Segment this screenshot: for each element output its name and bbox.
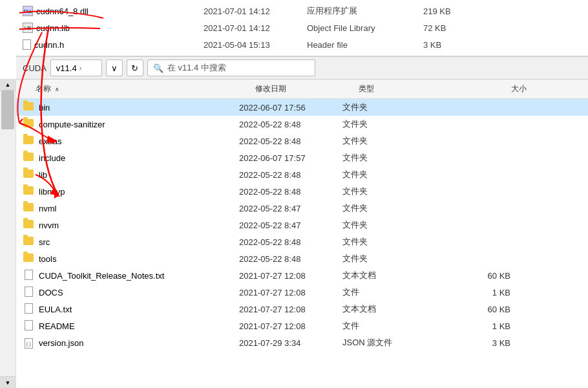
col-header-date[interactable]: 修改日期 xyxy=(255,83,359,94)
file-icon-cell xyxy=(23,136,36,146)
file-name: libnvvp xyxy=(39,187,239,197)
table-row[interactable]: { } version.json 2021-07-29 3:34 JSON 源文… xyxy=(16,334,588,351)
file-date: 2022-06-07 17:56 xyxy=(239,103,342,113)
table-row[interactable]: compute-sanitizer 2022-05-22 8:48 文件夹 xyxy=(16,116,588,133)
address-label: CUDA xyxy=(23,63,47,73)
sidebar-scrollbar[interactable]: ▲ ▼ xyxy=(0,79,16,388)
file-type: 文件 xyxy=(342,286,446,298)
folder-icon xyxy=(23,253,34,262)
top-file-row[interactable]: DLL cudnn64_8.dll 2021-07-01 14:12 应用程序扩… xyxy=(16,3,588,19)
table-row[interactable]: DOCS 2021-07-27 12:08 文件 1 KB xyxy=(16,284,588,301)
folder-icon xyxy=(23,119,34,127)
file-type: 文件夹 xyxy=(342,186,446,197)
path-chevron: › xyxy=(79,65,81,72)
table-row[interactable]: src 2022-05-22 8:48 文件夹 xyxy=(16,233,588,250)
file-type: 文件夹 xyxy=(342,135,446,147)
file-type: 文件夹 xyxy=(342,253,446,264)
file-icon-cell xyxy=(23,169,36,180)
file-name: compute-sanitizer xyxy=(39,120,239,129)
table-row[interactable]: extras 2022-05-22 8:48 文件夹 xyxy=(16,133,588,149)
file-date: 2021-07-27 12:08 xyxy=(239,321,342,331)
json-icon: { } xyxy=(25,338,33,349)
col-header-name[interactable]: 名称 ∧ xyxy=(36,83,255,94)
path-text: v11.4 xyxy=(56,63,77,73)
file-size: 3 KB xyxy=(446,338,510,348)
file-icon-cell xyxy=(23,286,36,299)
file-type: 文件夹 xyxy=(342,118,446,130)
table-row[interactable]: README 2021-07-27 12:08 文件 1 KB xyxy=(16,318,588,334)
top-file-row[interactable]: LIB cudnn.lib 2021-07-01 14:12 Object Fi… xyxy=(16,19,588,36)
table-row[interactable]: EULA.txt 2021-07-27 12:08 文本文档 60 KB xyxy=(16,301,588,318)
file-type: 文件夹 xyxy=(342,169,446,180)
file-type: 文本文档 xyxy=(342,303,446,315)
dll-icon: DLL xyxy=(23,6,33,16)
table-row[interactable]: bin 2022-06-07 17:56 文件夹 xyxy=(16,99,588,116)
folder-icon xyxy=(23,237,34,245)
scroll-down-button[interactable]: ▼ xyxy=(0,376,16,388)
file-name: include xyxy=(39,153,239,163)
file-name: CUDA_Toolkit_Release_Notes.txt xyxy=(39,271,239,281)
file-name: version.json xyxy=(39,338,239,348)
file-type: JSON 源文件 xyxy=(342,337,446,349)
search-placeholder: 在 v11.4 中搜索 xyxy=(167,62,226,74)
table-row[interactable]: lib 2022-05-22 8:48 文件夹 xyxy=(16,166,588,183)
col-header-type[interactable]: 类型 xyxy=(359,83,462,94)
search-box[interactable]: 🔍 在 v11.4 中搜索 xyxy=(147,59,315,76)
folder-icon xyxy=(23,102,34,111)
folder-icon xyxy=(23,220,34,228)
file-icon-cell xyxy=(23,153,36,163)
file-name: EULA.txt xyxy=(39,305,239,314)
file-date: 2021-07-27 12:08 xyxy=(239,305,342,314)
file-name: README xyxy=(39,321,239,331)
scroll-up-button[interactable]: ▲ xyxy=(0,79,16,91)
file-date: 2022-06-07 17:57 xyxy=(239,153,342,163)
file-date: 2022-05-22 8:48 xyxy=(239,254,342,264)
file-icon-cell xyxy=(23,102,36,113)
table-row[interactable]: CUDA_Toolkit_Release_Notes.txt 2021-07-2… xyxy=(16,267,588,284)
lib-icon: LIB xyxy=(23,23,33,33)
table-row[interactable]: include 2022-06-07 17:57 文件夹 xyxy=(16,149,588,166)
dropdown-button[interactable]: ∨ xyxy=(106,59,123,76)
top-file-row[interactable]: cudnn.h 2021-05-04 15:13 Header file 3 K… xyxy=(16,36,588,53)
address-path[interactable]: v11.4 › xyxy=(50,59,102,76)
file-type: 文件夹 xyxy=(342,202,446,214)
file-name: nvvm xyxy=(39,221,239,230)
address-bar: CUDA v11.4 › ∨ ↻ 🔍 在 v11.4 中搜索 xyxy=(16,56,588,80)
file-name: bin xyxy=(39,103,239,113)
file-icon-cell xyxy=(23,303,36,316)
table-row[interactable]: nvml 2022-05-22 8:47 文件夹 xyxy=(16,200,588,217)
file-type: 文件夹 xyxy=(342,219,446,231)
top-file-name: DLL cudnn64_8.dll xyxy=(23,6,204,16)
col-header-size[interactable]: 大小 xyxy=(462,83,527,94)
top-file-name: cudnn.h xyxy=(23,39,204,50)
file-date: 2022-05-22 8:48 xyxy=(239,170,342,180)
file-name: extras xyxy=(39,136,239,146)
file-date: 2021-07-27 12:08 xyxy=(239,288,342,297)
file-type: 文件 xyxy=(342,320,446,332)
file-name: tools xyxy=(39,254,239,264)
file-name: nvml xyxy=(39,204,239,213)
folder-icon xyxy=(23,136,34,144)
folder-icon xyxy=(23,203,34,211)
table-row[interactable]: nvvm 2022-05-22 8:47 文件夹 xyxy=(16,217,588,233)
file-date: 2022-05-22 8:48 xyxy=(239,136,342,146)
table-row[interactable]: tools 2022-05-22 8:48 文件夹 xyxy=(16,250,588,267)
sort-arrow-name: ∧ xyxy=(55,86,59,92)
search-icon: 🔍 xyxy=(153,63,163,73)
scroll-thumb[interactable] xyxy=(1,91,14,129)
folder-icon xyxy=(23,153,34,161)
file-list: bin 2022-06-07 17:56 文件夹 compute-sanitiz… xyxy=(16,99,588,365)
refresh-button[interactable]: ↻ xyxy=(127,59,143,76)
file-type: 文件夹 xyxy=(342,236,446,248)
file-icon-cell xyxy=(23,320,36,332)
file-icon-cell xyxy=(23,220,36,230)
file-icon-cell xyxy=(23,203,36,213)
file-date: 2021-07-29 3:34 xyxy=(239,338,342,348)
file-name: lib xyxy=(39,170,239,180)
folder-icon xyxy=(23,186,34,195)
column-headers: 名称 ∧ 修改日期 类型 大小 xyxy=(16,80,588,99)
file-date: 2022-05-22 8:47 xyxy=(239,221,342,230)
file-size: 1 KB xyxy=(446,321,510,331)
table-row[interactable]: libnvvp 2022-05-22 8:48 文件夹 xyxy=(16,183,588,200)
file-size: 60 KB xyxy=(446,271,510,281)
